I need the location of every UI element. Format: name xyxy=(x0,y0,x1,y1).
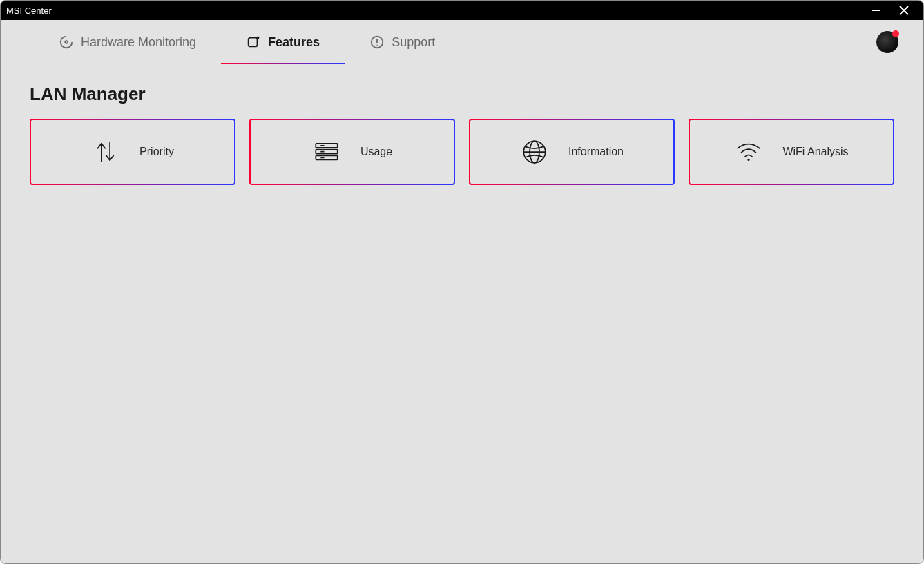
svg-rect-10 xyxy=(808,35,814,41)
svg-rect-14 xyxy=(316,144,338,148)
svg-rect-11 xyxy=(800,43,805,49)
globe-icon xyxy=(520,137,549,166)
tab-label: Support xyxy=(392,35,435,50)
tab-label: Hardware Monitoring xyxy=(81,35,196,50)
gear-icon xyxy=(838,33,856,51)
minimize-button[interactable] xyxy=(863,1,890,20)
svg-point-8 xyxy=(376,44,377,45)
card-row: Priority Usage xyxy=(1,119,923,185)
svg-rect-12 xyxy=(808,43,814,49)
card-information[interactable]: Information xyxy=(469,119,675,185)
minimize-icon xyxy=(872,6,881,15)
settings-button[interactable] xyxy=(836,32,857,52)
close-icon xyxy=(898,5,909,16)
svg-point-23 xyxy=(748,159,750,161)
card-priority[interactable]: Priority xyxy=(30,119,235,185)
titlebar: MSI Center xyxy=(1,1,923,20)
nav-right xyxy=(796,20,923,64)
top-nav: Hardware Monitoring Features Supp xyxy=(1,20,923,64)
tab-features[interactable]: Features xyxy=(221,20,345,64)
card-label: Priority xyxy=(139,146,174,158)
nav-tabs: Hardware Monitoring Features Supp xyxy=(34,20,460,64)
wifi-icon xyxy=(734,137,763,166)
card-label: Usage xyxy=(360,146,392,158)
usage-bars-icon xyxy=(312,137,341,166)
priority-arrows-icon xyxy=(91,137,120,166)
card-wifi-analysis[interactable]: WiFi Analysis xyxy=(689,119,894,185)
svg-point-3 xyxy=(65,41,68,43)
svg-point-13 xyxy=(845,40,849,45)
svg-rect-4 xyxy=(249,38,258,47)
tab-label: Features xyxy=(268,35,320,50)
svg-rect-15 xyxy=(316,150,338,154)
tab-hardware-monitoring[interactable]: Hardware Monitoring xyxy=(34,20,221,64)
apps-grid-button[interactable] xyxy=(796,32,817,52)
monitor-icon xyxy=(59,35,74,50)
page-title: LAN Manager xyxy=(1,64,923,119)
svg-point-5 xyxy=(256,37,259,39)
app-window: MSI Center Hardware Monitoring xyxy=(0,0,924,564)
features-icon xyxy=(246,35,261,50)
card-usage[interactable]: Usage xyxy=(249,119,455,185)
card-label: Information xyxy=(568,146,624,158)
tab-support[interactable]: Support xyxy=(345,20,460,64)
close-button[interactable] xyxy=(890,1,918,20)
support-icon xyxy=(369,35,385,50)
card-label: WiFi Analysis xyxy=(782,146,848,158)
window-title: MSI Center xyxy=(6,6,52,16)
svg-rect-9 xyxy=(800,35,805,41)
svg-rect-16 xyxy=(316,155,338,159)
content-area: Hardware Monitoring Features Supp xyxy=(1,20,923,563)
grid-icon xyxy=(798,33,816,51)
user-avatar[interactable] xyxy=(876,31,898,53)
